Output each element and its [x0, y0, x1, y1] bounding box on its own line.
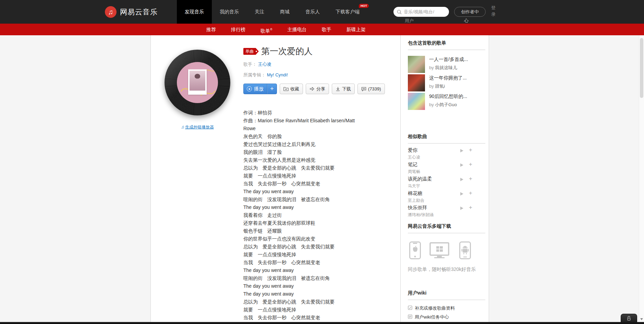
- lyric-line: 我的眼泪 湿了脸: [243, 148, 408, 156]
- subnav-item-0[interactable]: 推荐: [199, 24, 223, 37]
- lyric-line: 爱过也哭过笑过痛过之后只剩再见: [243, 140, 408, 148]
- playlist-item[interactable]: 这一年你拥抱了...by 甜氧i: [408, 74, 485, 91]
- brand[interactable]: ♫ 网易云音乐: [105, 0, 158, 24]
- folder-add-icon: [283, 87, 289, 91]
- lyric-line: The day you went away: [243, 266, 408, 274]
- lyric-line: 喧闹的街 没发现我的泪 被遗忘在街角: [243, 274, 408, 282]
- lyric-line: 就要 一点点慢慢地死掉: [243, 172, 408, 180]
- pc-icon[interactable]: [429, 242, 449, 259]
- subnav-item-4[interactable]: 歌手: [314, 24, 339, 37]
- subnav-item-5[interactable]: 新碟上架: [339, 24, 373, 37]
- player-lock-tab[interactable]: [621, 314, 637, 322]
- similar-song-artist: 周笔畅: [408, 169, 485, 175]
- lyric-line: The day you went away: [243, 203, 408, 211]
- share-button-label: 分享: [316, 86, 325, 92]
- playlist-title[interactable]: 90后回忆想听的...: [429, 94, 467, 100]
- lyric-line: The day you went away: [243, 188, 408, 196]
- play-triangle-icon[interactable]: [460, 149, 463, 152]
- playlist-owner-name[interactable]: 小鸽子Guo: [435, 102, 457, 107]
- download-button[interactable]: 下载: [332, 84, 355, 94]
- hot-badge: HOT: [359, 4, 369, 8]
- lyric-line: 总以为 爱是全部的心跳 失去爱我们就要: [243, 243, 408, 251]
- playlist-owner-name[interactable]: 甜氧i: [435, 84, 445, 89]
- topnav-item-1[interactable]: 我的音乐: [212, 0, 247, 24]
- add-icon[interactable]: +: [469, 190, 472, 197]
- lyric-line: Rowe: [243, 125, 408, 133]
- share-button[interactable]: 分享: [306, 84, 329, 94]
- sidebar: 包含这首歌的歌单 一人一首/多首成...by 我就这味儿这一年你拥抱了...by…: [408, 35, 485, 324]
- wiki-link-label: 用户wiki任务中心: [415, 314, 449, 320]
- similar-song-artist: 马天宇: [408, 183, 485, 189]
- login-button[interactable]: 登录: [491, 4, 497, 17]
- add-icon[interactable]: +: [469, 147, 472, 153]
- similar-song-title[interactable]: 笔记: [408, 162, 485, 168]
- subnav-item-3[interactable]: 主播电台: [280, 24, 314, 37]
- similar-song-title[interactable]: 棉花糖: [408, 190, 485, 197]
- topnav-item-4[interactable]: 音乐人: [297, 0, 328, 24]
- play-button[interactable]: 播放: [244, 84, 267, 94]
- search-input[interactable]: 音乐/视频/电台/: [393, 7, 449, 17]
- top-navbar: ♫ 网易云音乐 发现音乐我的音乐关注商城音乐人下载客户端HOT 音乐/视频/电台…: [0, 0, 644, 24]
- player-bar[interactable]: [0, 322, 644, 324]
- lyric-line: 失去第一次爱的人竟然是这种感觉: [243, 156, 408, 164]
- iphone-icon[interactable]: [409, 241, 421, 259]
- album-link[interactable]: My! Cyndi!: [267, 72, 288, 77]
- lyric-line: 就要 一点点慢慢地死掉: [243, 251, 408, 259]
- comment-button[interactable]: (7339): [357, 84, 385, 94]
- play-triangle-icon[interactable]: [460, 163, 463, 167]
- add-icon[interactable]: +: [469, 161, 472, 168]
- lyric-line: 当我 失去你那一秒 心突然就变老: [243, 259, 408, 266]
- playlist-item[interactable]: 90后回忆想听的...by 小鸽子Guo: [408, 93, 485, 110]
- wiki-link-item[interactable]: 用户wiki任务中心: [408, 314, 485, 320]
- page-scrollbar[interactable]: [639, 35, 644, 324]
- playlist-owner-name[interactable]: 我就这味儿: [435, 65, 457, 70]
- playlist-title[interactable]: 这一年你拥抱了...: [429, 75, 467, 81]
- similar-song-item: 笔记周笔畅+: [408, 162, 485, 174]
- lyric-line: 喧闹的街 没发现我的泪 被遗忘在街角: [243, 196, 408, 203]
- creator-center-button[interactable]: 创作者中: [454, 7, 486, 17]
- scrollbar-thumb[interactable]: [640, 38, 643, 98]
- similar-song-artist: 王心凌: [408, 154, 485, 160]
- edit-icon: [408, 306, 412, 311]
- similar-song-item: 该死的温柔马天宇+: [408, 176, 485, 188]
- android-icon[interactable]: [459, 241, 471, 259]
- topnav-item-2[interactable]: 关注: [247, 0, 272, 24]
- favorite-button[interactable]: 收藏: [280, 84, 303, 94]
- similar-song-title[interactable]: 快乐崇拜: [408, 205, 485, 211]
- similar-songs-heading: 相似歌曲: [408, 134, 485, 144]
- creator-center-overflow: 心: [464, 18, 469, 24]
- play-triangle-icon[interactable]: [460, 192, 463, 196]
- topnav-item-0[interactable]: 发现音乐: [177, 0, 212, 24]
- add-to-playlist-button[interactable]: +: [267, 84, 277, 94]
- topnav-item-5[interactable]: 下载客户端HOT: [328, 0, 367, 24]
- topnav-item-label: 商城: [280, 9, 290, 15]
- lyric-line: 灰色的天 你的脸: [243, 133, 408, 140]
- similar-song-title[interactable]: 该死的温柔: [408, 176, 485, 182]
- vinyl-disc: [165, 50, 230, 115]
- generate-outchain-player-link[interactable]: 生成外链播放器: [185, 125, 214, 129]
- add-icon[interactable]: +: [469, 204, 472, 211]
- play-triangle-icon[interactable]: [460, 207, 463, 210]
- playlist-title[interactable]: 一人一首/多首成...: [429, 57, 468, 63]
- play-icon: [247, 86, 252, 91]
- playlists-heading: 包含这首歌的歌单: [408, 40, 485, 50]
- download-description: 同步歌单，随时畅听320k好音乐: [408, 265, 485, 273]
- topnav-item-label: 我的音乐: [220, 9, 239, 15]
- user-wiki-heading: 用户wiki: [408, 290, 485, 300]
- main-container: ♫生成外链播放器 单曲 第一次爱的人 歌手： 王心凌 所属专辑： My! Cyn…: [150, 35, 489, 324]
- registered-mark: ®: [270, 28, 272, 31]
- similar-song-title[interactable]: 爱你: [408, 147, 485, 153]
- wiki-link-item[interactable]: 补充或修改歌曲资料: [408, 305, 485, 311]
- play-triangle-icon[interactable]: [460, 178, 463, 181]
- playlist-cover: [408, 93, 425, 110]
- lyric-line: 当我 失去你那一秒 心突然就变老: [243, 180, 408, 188]
- add-icon[interactable]: +: [469, 175, 472, 182]
- playlist-item[interactable]: 一人一首/多首成...by 我就这味儿: [408, 56, 485, 73]
- topnav-item-3[interactable]: 商城: [272, 0, 297, 24]
- playlist-cover: [408, 56, 425, 73]
- artist-link[interactable]: 王心凌: [258, 62, 271, 67]
- subnav-item-1[interactable]: 排行榜: [223, 24, 253, 37]
- subnav-item-2[interactable]: 歌单®: [253, 24, 280, 37]
- sub-navbar: 推荐排行榜歌单®主播电台歌手新碟上架: [0, 24, 644, 35]
- scroll-down-arrow-icon[interactable]: [640, 318, 643, 320]
